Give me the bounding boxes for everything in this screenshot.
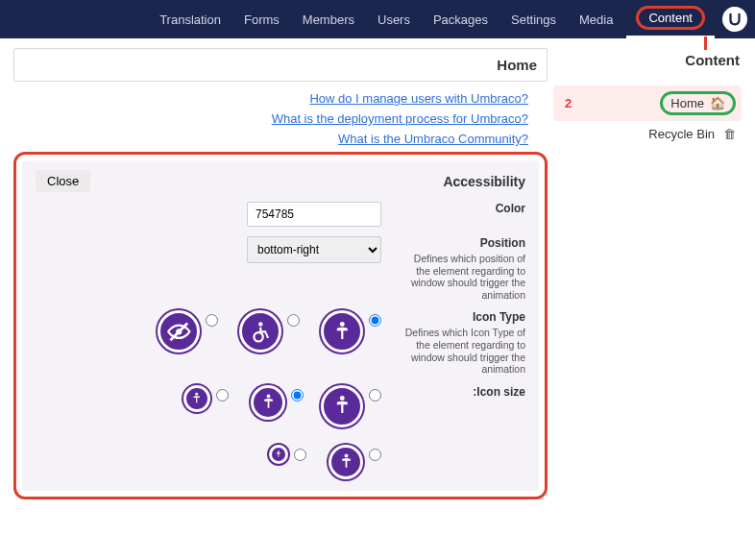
icontype-radio-person[interactable] (369, 314, 381, 327)
color-input[interactable] (247, 202, 381, 227)
accessibility-person-icon (321, 385, 363, 427)
iconsize-radio-sm[interactable] (216, 389, 229, 402)
accessibility-person-icon (321, 310, 363, 353)
nav-media[interactable]: Media (570, 0, 622, 38)
icontype-radio-eye[interactable] (206, 314, 218, 327)
accessibility-panel: Accessibility Close Color Position Defin… (22, 160, 539, 491)
sidebar-item-home[interactable]: 🏠 Home 2 (553, 85, 742, 121)
sidebar-title: Content (553, 52, 742, 68)
accessibility-person-icon (329, 445, 363, 479)
nav-members[interactable]: Members (293, 0, 364, 38)
annotation-arrow (695, 37, 707, 50)
iconsize-radio-md[interactable] (291, 389, 304, 402)
nav-packages[interactable]: Packages (424, 0, 498, 38)
link[interactable]: How do I manage users with Umbraco? (33, 91, 528, 106)
accessibility-wheelchair-icon (239, 310, 281, 353)
link[interactable]: What is the deployment process for Umbra… (33, 111, 528, 126)
iconsize-radio-lg[interactable] (369, 389, 381, 402)
color-label: Color (401, 202, 525, 215)
link[interactable]: What is the Umbraco Community? (33, 132, 528, 146)
icon-size-options (122, 385, 381, 479)
main-area: Home How do I manage users with Umbraco?… (0, 38, 553, 560)
accessibility-person-icon (251, 385, 285, 420)
annotation-badge: 2 (559, 96, 572, 110)
panel-title: Accessibility (443, 174, 525, 189)
position-select[interactable]: bottom-right (247, 236, 381, 263)
icontype-desc: Defines which Icon Type of the element r… (401, 327, 525, 375)
position-desc: Defines which position of the element re… (401, 253, 525, 301)
sidebar-item-recycle[interactable]: 🗑 Recycle Bin (553, 121, 742, 147)
home-icon: 🏠 (712, 96, 725, 110)
top-nav: Content Media Settings Packages Users Me… (0, 0, 755, 38)
close-button[interactable]: Close (36, 170, 90, 192)
trash-icon: 🗑 (722, 127, 736, 141)
nav-forms[interactable]: Forms (234, 0, 289, 38)
nav-translation[interactable]: Translation (150, 0, 231, 38)
accessibility-panel-highlight: Accessibility Close Color Position Defin… (13, 152, 548, 499)
sidebar-item-label: Home (670, 96, 704, 110)
accessibility-person-icon (183, 385, 210, 412)
sidebar: Content 🏠 Home 2 🗑 Recycle Bin (553, 38, 755, 560)
iconsize-radio-xs[interactable] (294, 449, 306, 461)
iconsize-radio-md2[interactable] (369, 449, 381, 461)
nav-users[interactable]: Users (368, 0, 420, 38)
document-links: How do I manage users with Umbraco? What… (13, 91, 548, 146)
icon-type-options (158, 310, 381, 353)
position-label: Position (401, 236, 525, 250)
nav-settings[interactable]: Settings (501, 0, 566, 38)
nav-content[interactable]: Content (626, 0, 715, 38)
iconsize-label: Icon size: (401, 385, 525, 399)
app-logo (722, 7, 747, 32)
sidebar-item-label: Recycle Bin (648, 127, 715, 141)
accessibility-person-icon (269, 445, 288, 464)
icontype-radio-wheel[interactable] (287, 314, 300, 327)
accessibility-eye-icon (158, 310, 200, 353)
page-title: Home (13, 48, 548, 82)
icontype-label: Icon Type (401, 310, 525, 324)
